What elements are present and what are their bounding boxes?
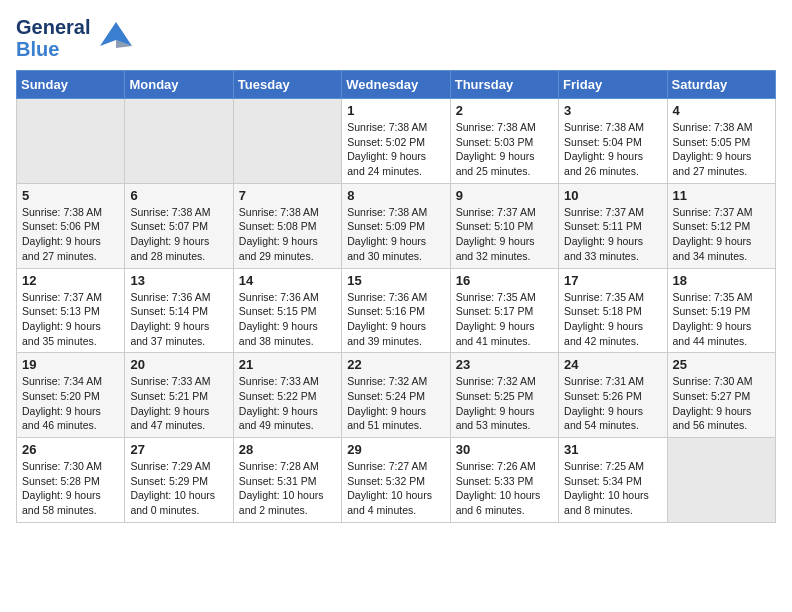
day-info: Sunrise: 7:28 AM Sunset: 5:31 PM Dayligh… [239, 459, 336, 518]
day-number: 17 [564, 273, 661, 288]
day-number: 4 [673, 103, 770, 118]
logo-general: General [16, 16, 90, 38]
day-number: 18 [673, 273, 770, 288]
day-number: 7 [239, 188, 336, 203]
calendar-day-cell: 4Sunrise: 7:38 AM Sunset: 5:05 PM Daylig… [667, 99, 775, 184]
calendar-day-cell: 19Sunrise: 7:34 AM Sunset: 5:20 PM Dayli… [17, 353, 125, 438]
day-number: 2 [456, 103, 553, 118]
day-number: 24 [564, 357, 661, 372]
day-info: Sunrise: 7:37 AM Sunset: 5:11 PM Dayligh… [564, 205, 661, 264]
day-number: 27 [130, 442, 227, 457]
day-number: 5 [22, 188, 119, 203]
calendar-day-cell: 27Sunrise: 7:29 AM Sunset: 5:29 PM Dayli… [125, 438, 233, 523]
calendar-day-cell: 31Sunrise: 7:25 AM Sunset: 5:34 PM Dayli… [559, 438, 667, 523]
calendar-day-cell [125, 99, 233, 184]
day-info: Sunrise: 7:36 AM Sunset: 5:16 PM Dayligh… [347, 290, 444, 349]
calendar-day-cell: 8Sunrise: 7:38 AM Sunset: 5:09 PM Daylig… [342, 183, 450, 268]
day-number: 30 [456, 442, 553, 457]
calendar-week-row: 19Sunrise: 7:34 AM Sunset: 5:20 PM Dayli… [17, 353, 776, 438]
calendar-day-cell: 6Sunrise: 7:38 AM Sunset: 5:07 PM Daylig… [125, 183, 233, 268]
day-info: Sunrise: 7:38 AM Sunset: 5:02 PM Dayligh… [347, 120, 444, 179]
page-header: General Blue [16, 16, 776, 60]
day-number: 28 [239, 442, 336, 457]
day-info: Sunrise: 7:29 AM Sunset: 5:29 PM Dayligh… [130, 459, 227, 518]
day-number: 25 [673, 357, 770, 372]
day-info: Sunrise: 7:35 AM Sunset: 5:19 PM Dayligh… [673, 290, 770, 349]
day-info: Sunrise: 7:31 AM Sunset: 5:26 PM Dayligh… [564, 374, 661, 433]
calendar-day-cell: 25Sunrise: 7:30 AM Sunset: 5:27 PM Dayli… [667, 353, 775, 438]
day-info: Sunrise: 7:37 AM Sunset: 5:10 PM Dayligh… [456, 205, 553, 264]
calendar-day-cell: 29Sunrise: 7:27 AM Sunset: 5:32 PM Dayli… [342, 438, 450, 523]
calendar-day-cell: 28Sunrise: 7:28 AM Sunset: 5:31 PM Dayli… [233, 438, 341, 523]
day-number: 21 [239, 357, 336, 372]
calendar-day-cell: 3Sunrise: 7:38 AM Sunset: 5:04 PM Daylig… [559, 99, 667, 184]
day-number: 3 [564, 103, 661, 118]
calendar-day-cell: 24Sunrise: 7:31 AM Sunset: 5:26 PM Dayli… [559, 353, 667, 438]
day-number: 26 [22, 442, 119, 457]
calendar-day-cell: 13Sunrise: 7:36 AM Sunset: 5:14 PM Dayli… [125, 268, 233, 353]
day-info: Sunrise: 7:38 AM Sunset: 5:07 PM Dayligh… [130, 205, 227, 264]
calendar-day-cell: 5Sunrise: 7:38 AM Sunset: 5:06 PM Daylig… [17, 183, 125, 268]
day-number: 9 [456, 188, 553, 203]
day-number: 20 [130, 357, 227, 372]
day-info: Sunrise: 7:33 AM Sunset: 5:21 PM Dayligh… [130, 374, 227, 433]
logo: General Blue [16, 16, 134, 60]
day-info: Sunrise: 7:38 AM Sunset: 5:08 PM Dayligh… [239, 205, 336, 264]
day-number: 15 [347, 273, 444, 288]
day-number: 29 [347, 442, 444, 457]
day-number: 31 [564, 442, 661, 457]
day-info: Sunrise: 7:37 AM Sunset: 5:13 PM Dayligh… [22, 290, 119, 349]
day-info: Sunrise: 7:38 AM Sunset: 5:05 PM Dayligh… [673, 120, 770, 179]
calendar-day-cell: 1Sunrise: 7:38 AM Sunset: 5:02 PM Daylig… [342, 99, 450, 184]
calendar-day-cell: 18Sunrise: 7:35 AM Sunset: 5:19 PM Dayli… [667, 268, 775, 353]
weekday-header: Tuesday [233, 71, 341, 99]
calendar-day-cell: 15Sunrise: 7:36 AM Sunset: 5:16 PM Dayli… [342, 268, 450, 353]
day-info: Sunrise: 7:30 AM Sunset: 5:28 PM Dayligh… [22, 459, 119, 518]
day-number: 11 [673, 188, 770, 203]
day-number: 13 [130, 273, 227, 288]
calendar-day-cell: 20Sunrise: 7:33 AM Sunset: 5:21 PM Dayli… [125, 353, 233, 438]
day-info: Sunrise: 7:27 AM Sunset: 5:32 PM Dayligh… [347, 459, 444, 518]
calendar-day-cell: 14Sunrise: 7:36 AM Sunset: 5:15 PM Dayli… [233, 268, 341, 353]
weekday-header: Saturday [667, 71, 775, 99]
calendar-week-row: 1Sunrise: 7:38 AM Sunset: 5:02 PM Daylig… [17, 99, 776, 184]
day-number: 19 [22, 357, 119, 372]
day-info: Sunrise: 7:33 AM Sunset: 5:22 PM Dayligh… [239, 374, 336, 433]
calendar-week-row: 5Sunrise: 7:38 AM Sunset: 5:06 PM Daylig… [17, 183, 776, 268]
calendar-day-cell: 30Sunrise: 7:26 AM Sunset: 5:33 PM Dayli… [450, 438, 558, 523]
day-info: Sunrise: 7:38 AM Sunset: 5:03 PM Dayligh… [456, 120, 553, 179]
calendar-day-cell: 16Sunrise: 7:35 AM Sunset: 5:17 PM Dayli… [450, 268, 558, 353]
calendar-week-row: 12Sunrise: 7:37 AM Sunset: 5:13 PM Dayli… [17, 268, 776, 353]
calendar-day-cell: 12Sunrise: 7:37 AM Sunset: 5:13 PM Dayli… [17, 268, 125, 353]
logo-blue: Blue [16, 38, 90, 60]
day-info: Sunrise: 7:36 AM Sunset: 5:14 PM Dayligh… [130, 290, 227, 349]
calendar-day-cell: 17Sunrise: 7:35 AM Sunset: 5:18 PM Dayli… [559, 268, 667, 353]
day-info: Sunrise: 7:32 AM Sunset: 5:24 PM Dayligh… [347, 374, 444, 433]
calendar-header-row: SundayMondayTuesdayWednesdayThursdayFrid… [17, 71, 776, 99]
weekday-header: Friday [559, 71, 667, 99]
day-info: Sunrise: 7:35 AM Sunset: 5:17 PM Dayligh… [456, 290, 553, 349]
calendar-day-cell: 21Sunrise: 7:33 AM Sunset: 5:22 PM Dayli… [233, 353, 341, 438]
day-info: Sunrise: 7:35 AM Sunset: 5:18 PM Dayligh… [564, 290, 661, 349]
calendar-day-cell: 2Sunrise: 7:38 AM Sunset: 5:03 PM Daylig… [450, 99, 558, 184]
day-number: 12 [22, 273, 119, 288]
day-number: 10 [564, 188, 661, 203]
day-number: 23 [456, 357, 553, 372]
calendar-day-cell [667, 438, 775, 523]
weekday-header: Monday [125, 71, 233, 99]
day-info: Sunrise: 7:32 AM Sunset: 5:25 PM Dayligh… [456, 374, 553, 433]
calendar-day-cell: 22Sunrise: 7:32 AM Sunset: 5:24 PM Dayli… [342, 353, 450, 438]
day-number: 8 [347, 188, 444, 203]
calendar-day-cell [233, 99, 341, 184]
day-info: Sunrise: 7:30 AM Sunset: 5:27 PM Dayligh… [673, 374, 770, 433]
day-info: Sunrise: 7:38 AM Sunset: 5:04 PM Dayligh… [564, 120, 661, 179]
day-info: Sunrise: 7:34 AM Sunset: 5:20 PM Dayligh… [22, 374, 119, 433]
weekday-header: Sunday [17, 71, 125, 99]
weekday-header: Wednesday [342, 71, 450, 99]
calendar-day-cell: 23Sunrise: 7:32 AM Sunset: 5:25 PM Dayli… [450, 353, 558, 438]
calendar-day-cell: 9Sunrise: 7:37 AM Sunset: 5:10 PM Daylig… [450, 183, 558, 268]
day-info: Sunrise: 7:37 AM Sunset: 5:12 PM Dayligh… [673, 205, 770, 264]
day-number: 14 [239, 273, 336, 288]
calendar-day-cell [17, 99, 125, 184]
calendar-week-row: 26Sunrise: 7:30 AM Sunset: 5:28 PM Dayli… [17, 438, 776, 523]
